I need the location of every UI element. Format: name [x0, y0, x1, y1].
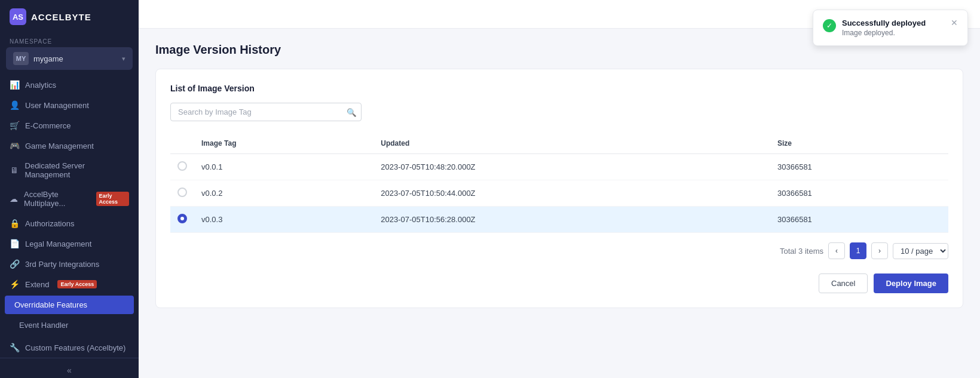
row3-size: 30366581: [770, 207, 948, 233]
legal-management-icon: 📄: [10, 239, 19, 248]
early-access-badge-multiplayer: Early Access: [96, 192, 129, 206]
pagination-total: Total 3 items: [780, 247, 823, 256]
row3-updated: 2023-07-05T10:56:28.000Z: [373, 207, 770, 233]
sidebar-item-event-handler[interactable]: Event Handler: [0, 315, 139, 335]
multiplayer-icon: ☁: [10, 194, 18, 204]
pagination-row: Total 3 items ‹ 1 › 10 / page: [170, 242, 948, 259]
toast-title: Successfully deployed: [842, 19, 945, 27]
sidebar-label-legal-management: Legal Management: [25, 239, 91, 248]
sidebar-label-event-handler: Event Handler: [19, 321, 68, 330]
sidebar: AS ACCELBYTE NAMESPACE MY mygame ▾ 📊 Ana…: [0, 0, 139, 378]
sidebar-label-authorizations: Authorizations: [25, 219, 74, 228]
pagination-prev-button[interactable]: ‹: [828, 242, 845, 259]
col-updated: Updated: [373, 133, 770, 154]
early-access-badge-extend: Early Access: [57, 280, 97, 288]
col-select: [170, 133, 194, 154]
search-row: 🔍: [170, 103, 948, 121]
row2-radio[interactable]: [177, 188, 187, 197]
namespace-selector[interactable]: MY mygame ▾: [6, 47, 133, 70]
sidebar-item-extend[interactable]: ⚡ Extend Early Access: [0, 274, 139, 294]
logo-area: AS ACCELBYTE: [0, 0, 139, 33]
row3-tag: v0.0.3: [194, 207, 373, 233]
chevron-down-icon: ▾: [122, 55, 125, 63]
namespace-label: NAMESPACE: [0, 33, 139, 47]
search-button[interactable]: 🔍: [347, 107, 357, 116]
logo-icon: AS: [10, 8, 26, 25]
sidebar-label-analytics: Analytics: [25, 81, 56, 90]
table-row: v0.0.1 2023-07-05T10:48:20.000Z 30366581: [170, 154, 948, 180]
collapse-sidebar-button[interactable]: «: [67, 365, 72, 375]
sidebar-item-user-management[interactable]: 👤 User Management: [0, 95, 139, 115]
search-input-wrap: 🔍: [170, 103, 362, 121]
sidebar-item-accelbyte-multiplayer[interactable]: ☁ AccelByte Multiplaye... Early Access: [0, 185, 139, 213]
row1-radio[interactable]: [177, 161, 187, 171]
row2-updated: 2023-07-05T10:50:44.000Z: [373, 180, 770, 207]
game-management-icon: 🎮: [10, 141, 19, 150]
table-row: v0.0.3 2023-07-05T10:56:28.000Z 30366581: [170, 207, 948, 233]
content-area: Image Version History List of Image Vers…: [139, 29, 980, 378]
sidebar-item-game-management[interactable]: 🎮 Game Management: [0, 136, 139, 156]
action-row: Cancel Deploy Image: [170, 273, 948, 293]
sidebar-bottom: «: [0, 358, 139, 378]
col-image-tag: Image Tag: [194, 133, 373, 154]
row2-size: 30366581: [770, 180, 948, 207]
sidebar-item-dedicated-server[interactable]: 🖥 Dedicated Server Management: [0, 156, 139, 185]
row2-tag: v0.0.2: [194, 180, 373, 207]
extend-icon: ⚡: [10, 279, 19, 289]
sidebar-label-dedicated-server: Dedicated Server Management: [25, 161, 129, 179]
user-management-icon: 👤: [10, 100, 19, 110]
sidebar-label-overridable-features: Overridable Features: [14, 300, 87, 309]
toast-check-icon: ✓: [823, 19, 836, 32]
search-input[interactable]: [170, 103, 362, 121]
authorizations-icon: 🔒: [10, 219, 19, 228]
ecommerce-icon: 🛒: [10, 121, 19, 130]
sidebar-item-overridable-features[interactable]: Overridable Features: [5, 296, 134, 314]
custom-features-icon: 🔧: [10, 343, 19, 352]
sidebar-item-ecommerce[interactable]: 🛒 E-Commerce: [0, 115, 139, 136]
namespace-name: mygame: [33, 54, 63, 63]
sidebar-label-extend: Extend: [25, 280, 49, 289]
toast-content: Successfully deployed Image deployed.: [842, 19, 945, 37]
sidebar-item-3rd-party[interactable]: 🔗 3rd Party Integrations: [0, 254, 139, 274]
toast-notification: ✓ Successfully deployed Image deployed. …: [813, 10, 968, 46]
image-version-table: Image Tag Updated Size v0.0.1 2023-07-05…: [170, 133, 948, 233]
page-size-select[interactable]: 10 / page: [893, 243, 948, 259]
row1-updated: 2023-07-05T10:48:20.000Z: [373, 154, 770, 180]
col-size: Size: [770, 133, 948, 154]
pagination-page-button[interactable]: 1: [850, 242, 866, 259]
sidebar-label-accelbyte-multiplayer: AccelByte Multiplaye...: [24, 190, 88, 208]
namespace-badge: MY: [13, 52, 29, 65]
image-version-card: List of Image Version 🔍 Image Tag Update…: [155, 69, 963, 308]
search-icon: 🔍: [347, 107, 357, 116]
dedicated-server-icon: 🖥: [10, 165, 19, 175]
sidebar-item-legal-management[interactable]: 📄 Legal Management: [0, 233, 139, 254]
table-row: v0.0.2 2023-07-05T10:50:44.000Z 30366581: [170, 180, 948, 207]
3rd-party-icon: 🔗: [10, 259, 19, 269]
toast-close-button[interactable]: ✕: [951, 19, 958, 27]
pagination-next-button[interactable]: ›: [871, 242, 888, 259]
deploy-image-button[interactable]: Deploy Image: [874, 273, 948, 293]
row3-radio[interactable]: [177, 214, 187, 223]
logo-text: ACCELBYTE: [31, 12, 91, 22]
analytics-icon: 📊: [10, 80, 19, 90]
sidebar-item-custom-features[interactable]: 🔧 Custom Features (Accelbyte): [0, 337, 139, 358]
sidebar-label-ecommerce: E-Commerce: [25, 121, 71, 130]
list-title: List of Image Version: [170, 84, 948, 93]
sidebar-label-3rd-party: 3rd Party Integrations: [25, 260, 99, 269]
sidebar-label-user-management: User Management: [25, 101, 89, 110]
main-content: ⚙ Platfo Image Version History List of I…: [139, 0, 980, 378]
row1-tag: v0.0.1: [194, 154, 373, 180]
cancel-button[interactable]: Cancel: [819, 273, 868, 293]
sidebar-item-analytics[interactable]: 📊 Analytics: [0, 75, 139, 95]
sidebar-item-authorizations[interactable]: 🔒 Authorizations: [0, 213, 139, 233]
sidebar-label-custom-features: Custom Features (Accelbyte): [25, 343, 125, 352]
sidebar-label-game-management: Game Management: [25, 142, 94, 150]
row1-size: 30366581: [770, 154, 948, 180]
toast-message: Image deployed.: [842, 29, 945, 37]
